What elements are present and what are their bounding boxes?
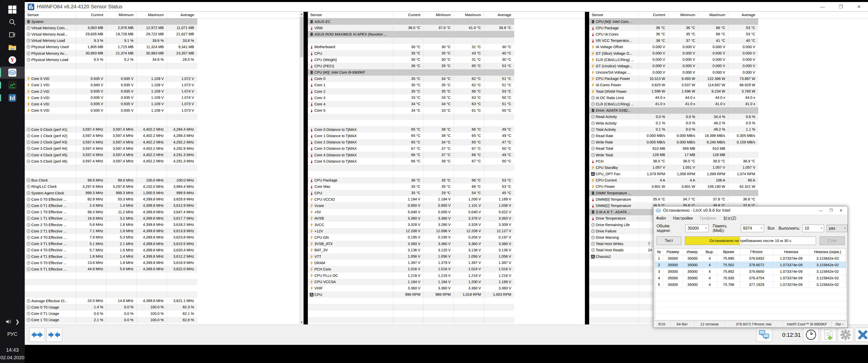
menu-item-настройки[interactable]: Настройки — [673, 216, 693, 221]
sensor-row[interactable]: VRM38.0 °C37.0 °C41.0 °C39.8 °C — [308, 25, 585, 31]
sensor-row[interactable]: Core 0 T0 Usage1.4 %0.0 %100.0 %82.3 % — [25, 304, 304, 310]
sensor-row[interactable]: CLR (CBo/LLC/Ring) ...41.0 x41.0 x41.0 x… — [589, 101, 868, 107]
sensor-row[interactable]: Vcore0.950 V0.950 V1.101 V1.036 V — [308, 202, 585, 209]
column-header-minimum[interactable]: Minimum — [668, 12, 698, 18]
stop-button[interactable]: Стоп — [819, 236, 845, 245]
yandex-browser-button[interactable]: Y — [0, 54, 25, 66]
sensor-row[interactable]: CPU35 °C35 °C43 °C40 °C — [308, 50, 585, 57]
column-header-average[interactable]: Average — [728, 12, 758, 18]
sensor-row[interactable]: CPU996 RPM986 RPM1,018 RPM1,003 RPM — [308, 291, 585, 298]
sensor-row[interactable]: CPU Power3.801 W3.801 W109.190 W62.321 W — [589, 184, 868, 190]
sensor-row[interactable]: Core 3 VID0.935 V0.935 V1.109 V1.074 V — [25, 95, 304, 101]
results-header-1[interactable]: Размер — [663, 249, 683, 255]
sensor-row[interactable]: GT (Slice) Voltage O...0.000 V0.000 V0.0… — [589, 50, 868, 57]
sensor-row[interactable]: Core 5 T0 Effective ...13.8 MHz1.8 MHz4,… — [25, 260, 304, 266]
language-indicator[interactable]: РУС — [0, 331, 25, 337]
test-button[interactable]: Тест — [656, 236, 681, 245]
task-size-select[interactable]: 35000 ˅ — [685, 225, 709, 232]
scrollbar-thumb[interactable] — [300, 17, 303, 57]
column-header-minimum[interactable]: Minimum — [424, 12, 454, 18]
close-sensors-button[interactable] — [855, 328, 868, 342]
sensor-row[interactable]: Physical Memory Used1,805 MB1,715 MB11,3… — [25, 44, 304, 50]
sensor-row[interactable]: Core 333 °C33 °C63 °C50 °C — [308, 95, 585, 101]
results-header-4[interactable]: Время — [717, 249, 740, 255]
sensor-row[interactable]: 3VSB_ATX3.360 V3.360 V3.360 V3.360 V — [308, 241, 585, 247]
results-header-3[interactable]: Выр. — [703, 249, 717, 255]
log-button[interactable]: Лог › — [831, 321, 847, 327]
sensor-row[interactable]: Read Total810 MB589 MB810 MB — [589, 145, 868, 152]
sensor-row[interactable]: Core 534 °C33 °C61 °C50 °C — [308, 107, 585, 114]
section-row[interactable]: ASUS ROG MAXIMUS XI APEX (Nuvoton ... — [308, 31, 585, 37]
task-view-button[interactable] — [0, 29, 25, 41]
run-count-select[interactable]: 10 ˅ — [802, 225, 824, 232]
sensor-row[interactable]: VR VCC Temperatur...38 °C37 °C41 °C40 °C — [589, 38, 868, 44]
close-button[interactable]: ✕ — [850, 2, 868, 11]
results-header-5[interactable]: ГФлопс — [740, 249, 773, 255]
column-header-sensor[interactable]: Sensor — [589, 12, 638, 18]
sensor-row[interactable]: AVSB3.360 V3.360 V3.376 V3.363 V — [308, 215, 585, 222]
sensor-row[interactable]: Core 2 VID0.935 V0.935 V1.109 V1.074 V — [25, 88, 304, 95]
sensor-row[interactable]: Total DRAM Power1.598 W1.596 W6.234 W3.7… — [589, 88, 868, 95]
linx-close-button[interactable]: ✕ — [836, 206, 846, 214]
section-row[interactable]: Drive: ADATA SX82... — [589, 107, 868, 114]
sensor-row[interactable]: CPU IA Cores36 °C35 °C66 °C53 °C — [589, 31, 868, 37]
sensor-row[interactable]: Core 4 Clock (perf #5)3,597.4 MHz3,597.4… — [25, 152, 304, 158]
sensor-row[interactable]: Bus Clock99.9 MHz99.9 MHz100.0 MHz100.0 … — [25, 177, 304, 184]
sensor-row[interactable]: GT (Unslice) Voltage...0.000 V0.000 V0.0… — [589, 63, 868, 69]
scroll-down-arrow[interactable]: ▼ — [300, 320, 304, 324]
section-row[interactable]: System — [25, 19, 304, 25]
scroll-up-arrow[interactable]: ▲ — [300, 12, 304, 16]
report-button[interactable] — [821, 328, 836, 342]
sensor-row[interactable]: Motherboard30 °C30 °C31 °C30 °C — [308, 44, 585, 50]
sensor-row[interactable]: Core 0 Clock (perf #1)3,597.4 MHz3,597.4… — [25, 126, 304, 133]
sensor-row[interactable]: +12V12.208 V12.096 V12.208 V12.127 V — [308, 228, 585, 234]
start-button[interactable] — [0, 3, 25, 15]
memory-select[interactable]: 9374 ˅ — [741, 225, 764, 232]
linx-titlebar[interactable]: intel Остановлено - LinX v0.9.6 for Inte… — [653, 206, 847, 214]
results-header-7[interactable]: Невязка (норм.) — [809, 249, 846, 255]
clock-time[interactable]: 14:43 — [0, 347, 25, 353]
results-header-6[interactable]: Невязка — [773, 249, 809, 255]
sensor-row[interactable]: Core 0 Distance to TjMAX65 °C38 °C66 °C4… — [308, 126, 585, 133]
menu-item-графики[interactable]: Графики — [700, 216, 716, 221]
sensor-row[interactable]: Read Rate0.000 MB/s0.000 MB/s18.399 MB/s… — [589, 133, 868, 139]
section-row[interactable]: CPU [#0]: Intel Core... — [589, 19, 868, 25]
sensor-row[interactable]: Uncore/SA Voltage ...0.000 V0.000 V0.000… — [589, 69, 868, 76]
sensor-row[interactable]: VHIF3.360 V3.360 V3.360 V3.360 V — [308, 285, 585, 291]
sensor-row[interactable]: Ring/LLC Clock3,297.6 MHz3,297.6 MHz4,10… — [25, 184, 304, 190]
section-row[interactable]: CPU [#0]: Intel Core i9-9900KF — [308, 69, 585, 76]
sensor-row[interactable]: Core 4 Distance to TjMAX66 °C37 °C66 °C4… — [308, 152, 585, 158]
sensor-row[interactable]: IA Voltage Offset0.000 V0.000 V0.000 V0.… — [589, 44, 868, 50]
sensor-row[interactable]: Core 3 T0 Effective ...7.9 MHz5.3 MHz4,3… — [25, 234, 304, 240]
sensor-row[interactable]: Core 1 T0 Effective ...99.3 MHz11.2 MHz4… — [25, 209, 304, 215]
sensor-row[interactable]: CPU (PECI)36 °C35 °C65 °C53 °C — [308, 63, 585, 69]
sensor-row[interactable]: CPU (Weight)30 °C30 °C31 °C30 °C — [308, 57, 585, 63]
column-header-minimum[interactable]: Minimum — [106, 12, 136, 18]
settings-button[interactable] — [838, 328, 854, 342]
sensor-row[interactable]: Core 2 T1 Effective ...7.1 MHz1.8 MHz4,3… — [25, 228, 304, 234]
sensor-row[interactable]: Core 1 VID0.940 V0.935 V1.109 V1.073 V — [25, 82, 304, 88]
minimize-button[interactable]: — — [813, 2, 832, 11]
panel1-scrollbar[interactable]: ▲ ▼ — [299, 12, 304, 324]
sensor-row[interactable]: Write Total128 MB17 MB128 MB — [589, 152, 868, 158]
sensor-row[interactable]: CLR (CBo/LLC/Ring) ...0.000 V0.000 V0.00… — [589, 57, 868, 63]
column-header-maximum[interactable]: Maximum — [698, 12, 728, 18]
sensor-row[interactable]: CPU Current4 A4 A106 A60 A — [589, 177, 868, 184]
sensor-row[interactable]: Core 3 T1 Effective ...5.1 MHz2.1 MHz4,3… — [25, 241, 304, 247]
column-header-average[interactable]: Average — [167, 12, 197, 18]
speaker-icon[interactable] — [5, 319, 12, 324]
sensor-row[interactable]: CPU_OPT Fan1,079 RPM1,058 RPM1,099 RPM1,… — [589, 171, 868, 177]
sensor-row[interactable]: Virtual Memory Avail...29,635 MB19,726 M… — [25, 31, 304, 37]
sensor-row[interactable]: Core 2 Distance to TjMAX65 °C34 °C65 °C4… — [308, 139, 585, 145]
sensor-row[interactable]: Core 2 Clock (perf #3)3,597.4 MHz3,597.4… — [25, 139, 304, 145]
sensor-row[interactable]: VTT1.056 V1.056 V1.056 V1.056 V — [308, 253, 585, 260]
sensor-row[interactable]: Core 4 T0 Effective ...5.7 MHz1.6 MHz4,3… — [25, 247, 304, 253]
sensor-row[interactable]: +5V5.040 V5.000 V5.040 V5.022 V — [308, 209, 585, 215]
column-header-average[interactable]: Average — [484, 12, 514, 18]
results-row[interactable]: 13500035000475.895376.64921.073374e-093.… — [655, 255, 846, 262]
collapse-columns-button[interactable] — [46, 328, 62, 342]
results-row[interactable]: 33500035000475.892376.66501.073374e-093.… — [655, 268, 846, 275]
sensor-row[interactable]: IA OC Ratio Limit44.0 x44.0 x44.0 x44.0 … — [589, 95, 868, 101]
sensor-row[interactable]: Core 0 T1 Effective ...2.4 MHz1.4 MHz4,3… — [25, 202, 304, 209]
sensor-row[interactable]: CPU Package36 °C35 °C66 °C53 °C — [308, 177, 585, 184]
